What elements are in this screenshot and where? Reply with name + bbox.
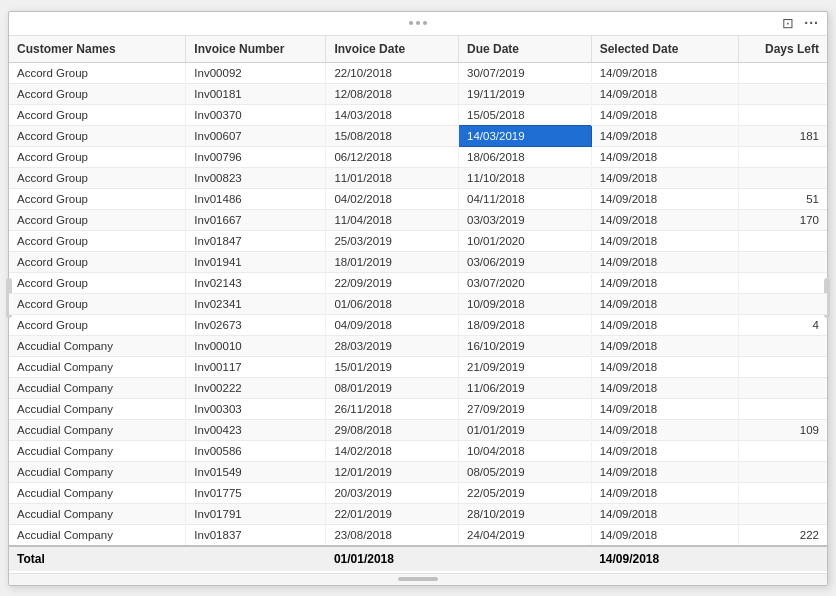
cell-selected-date: 14/09/2018	[591, 146, 738, 167]
col-header-selected-date[interactable]: Selected Date	[591, 36, 738, 63]
cell-invoice-number: Inv00092	[186, 62, 326, 83]
cell-days-left	[739, 83, 827, 104]
window-controls: ⊡ ···	[782, 15, 819, 31]
footer-selected-date: 14/09/2018	[591, 546, 738, 571]
cell-customer: Accord Group	[9, 272, 186, 293]
cell-customer: Accudial Company	[9, 440, 186, 461]
footer-days-left	[739, 546, 827, 571]
col-header-due-date[interactable]: Due Date	[459, 36, 592, 63]
cell-days-left: 170	[739, 209, 827, 230]
table-row[interactable]: Accudial CompanyInv0030326/11/201827/09/…	[9, 398, 827, 419]
table-row[interactable]: Accord GroupInv0166711/04/201803/03/2019…	[9, 209, 827, 230]
cell-due-date[interactable]: 14/03/201914/03/2019	[459, 125, 592, 146]
cell-selected-date: 14/09/2018	[591, 314, 738, 335]
col-header-invoice-number[interactable]: Invoice Number	[186, 36, 326, 63]
main-window: ⊡ ··· Customer Names Invoice Number Invo…	[8, 11, 828, 586]
table-row[interactable]: Accord GroupInv0009222/10/201830/07/2019…	[9, 62, 827, 83]
drag-handle[interactable]	[409, 21, 427, 25]
cell-invoice-number: Inv02143	[186, 272, 326, 293]
table-row[interactable]: Accord GroupInv0060715/08/201814/03/2019…	[9, 125, 827, 146]
table-row[interactable]: Accudial CompanyInv0022208/01/201911/06/…	[9, 377, 827, 398]
table-row[interactable]: Accord GroupInv0184725/03/201910/01/2020…	[9, 230, 827, 251]
col-header-customer[interactable]: Customer Names	[9, 36, 186, 63]
more-options-icon[interactable]: ···	[804, 15, 819, 31]
table-container[interactable]: Customer Names Invoice Number Invoice Da…	[9, 36, 827, 573]
table-row[interactable]: Accudial CompanyInv0177520/03/201922/05/…	[9, 482, 827, 503]
cell-invoice-date: 15/01/2019	[326, 356, 459, 377]
cell-invoice-number: Inv01791	[186, 503, 326, 524]
footer-due-date	[459, 546, 592, 571]
cell-days-left	[739, 377, 827, 398]
table-row[interactable]: Accudial CompanyInv0042329/08/201801/01/…	[9, 419, 827, 440]
cell-customer: Accudial Company	[9, 335, 186, 356]
table-row[interactable]: Accord GroupInv0148604/02/201804/11/2018…	[9, 188, 827, 209]
cell-invoice-number: Inv00303	[186, 398, 326, 419]
bottom-handle[interactable]	[398, 577, 438, 581]
cell-days-left: 4	[739, 314, 827, 335]
table-row[interactable]: Accord GroupInv0234101/06/201810/09/2018…	[9, 293, 827, 314]
cell-invoice-number: Inv01486	[186, 188, 326, 209]
resize-icon[interactable]: ⊡	[782, 15, 798, 31]
cell-invoice-date: 04/02/2018	[326, 188, 459, 209]
cell-days-left	[739, 272, 827, 293]
cell-customer: Accord Group	[9, 83, 186, 104]
cell-invoice-number: Inv02673	[186, 314, 326, 335]
cell-invoice-date: 25/03/2019	[326, 230, 459, 251]
table-row[interactable]: Accord GroupInv0082311/01/201811/10/2018…	[9, 167, 827, 188]
table-row[interactable]: Accord GroupInv0214322/09/201903/07/2020…	[9, 272, 827, 293]
cell-invoice-number: Inv01775	[186, 482, 326, 503]
cell-customer: Accord Group	[9, 125, 186, 146]
table-row[interactable]: Accord GroupInv0037014/03/201815/05/2018…	[9, 104, 827, 125]
cell-due-date: 04/11/2018	[459, 188, 592, 209]
cell-customer: Accudial Company	[9, 503, 186, 524]
cell-due-date: 03/06/2019	[459, 251, 592, 272]
cell-invoice-number: Inv01667	[186, 209, 326, 230]
cell-days-left: 181	[739, 125, 827, 146]
cell-days-left	[739, 146, 827, 167]
cell-selected-date: 14/09/2018	[591, 293, 738, 314]
cell-days-left	[739, 104, 827, 125]
cell-customer: Accudial Company	[9, 356, 186, 377]
cell-days-left	[739, 167, 827, 188]
cell-selected-date: 14/09/2018	[591, 335, 738, 356]
table-row[interactable]: Accudial CompanyInv0011715/01/201921/09/…	[9, 356, 827, 377]
cell-selected-date: 14/09/2018	[591, 398, 738, 419]
cell-invoice-date: 11/01/2018	[326, 167, 459, 188]
table-row[interactable]: Accord GroupInv0079606/12/201818/06/2018…	[9, 146, 827, 167]
col-header-days-left[interactable]: Days Left	[739, 36, 827, 63]
cell-selected-date: 14/09/2018	[591, 419, 738, 440]
cell-due-date: 15/05/2018	[459, 104, 592, 125]
cell-invoice-number: Inv00607	[186, 125, 326, 146]
cell-due-date: 28/10/2019	[459, 503, 592, 524]
cell-invoice-date: 14/02/2018	[326, 440, 459, 461]
cell-customer: Accudial Company	[9, 398, 186, 419]
table-row[interactable]: Accudial CompanyInv0183723/08/201824/04/…	[9, 524, 827, 546]
cell-invoice-date: 01/06/2018	[326, 293, 459, 314]
cell-customer: Accord Group	[9, 314, 186, 335]
table-row[interactable]: Accord GroupInv0267304/09/201818/09/2018…	[9, 314, 827, 335]
cell-selected-date: 14/09/2018	[591, 230, 738, 251]
cell-selected-date: 14/09/2018	[591, 167, 738, 188]
cell-customer: Accudial Company	[9, 461, 186, 482]
cell-days-left: 222	[739, 524, 827, 546]
col-header-invoice-date[interactable]: Invoice Date	[326, 36, 459, 63]
table-row[interactable]: Accudial CompanyInv0179122/01/201928/10/…	[9, 503, 827, 524]
cell-invoice-date: 22/01/2019	[326, 503, 459, 524]
cell-due-date: 27/09/2019	[459, 398, 592, 419]
table-row[interactable]: Accudial CompanyInv0058614/02/201810/04/…	[9, 440, 827, 461]
cell-invoice-number: Inv01941	[186, 251, 326, 272]
cell-days-left	[739, 62, 827, 83]
cell-days-left	[739, 230, 827, 251]
table-row[interactable]: Accord GroupInv0194118/01/201903/06/2019…	[9, 251, 827, 272]
footer-label: Total	[9, 546, 186, 571]
cell-customer: Accord Group	[9, 188, 186, 209]
cell-invoice-number: Inv00423	[186, 419, 326, 440]
table-row[interactable]: Accord GroupInv0018112/08/201819/11/2019…	[9, 83, 827, 104]
cell-invoice-number: Inv01837	[186, 524, 326, 546]
cell-due-date: 16/10/2019	[459, 335, 592, 356]
cell-selected-date: 14/09/2018	[591, 251, 738, 272]
table-row[interactable]: Accudial CompanyInv0001028/03/201916/10/…	[9, 335, 827, 356]
cell-days-left: 109	[739, 419, 827, 440]
cell-due-date: 01/01/2019	[459, 419, 592, 440]
table-row[interactable]: Accudial CompanyInv0154912/01/201908/05/…	[9, 461, 827, 482]
